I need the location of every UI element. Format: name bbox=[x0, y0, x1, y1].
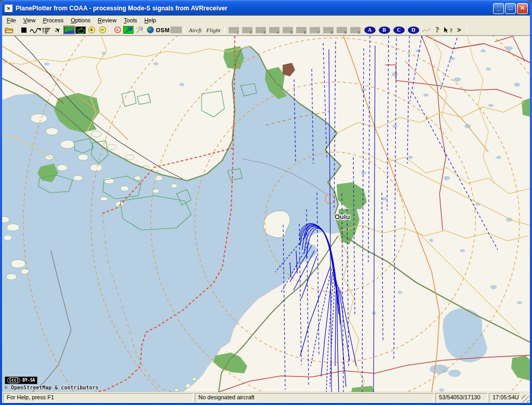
signal-button[interactable] bbox=[30, 25, 41, 35]
status-utc-time: 17:05:54UTC bbox=[489, 393, 520, 402]
islet bbox=[73, 176, 83, 181]
cursor-icon bbox=[444, 26, 449, 33]
lake bbox=[278, 130, 283, 133]
target-button[interactable] bbox=[112, 25, 123, 35]
chart-button-0[interactable]: 0 bbox=[350, 27, 361, 33]
chart-button-b[interactable]: B bbox=[379, 26, 390, 34]
setup-disabled-button[interactable] bbox=[134, 25, 144, 35]
lake bbox=[423, 93, 429, 97]
maximize-button[interactable]: □ bbox=[505, 3, 516, 14]
squiggle-icon bbox=[422, 27, 431, 33]
menu-help[interactable]: Help bbox=[141, 16, 160, 24]
menu-tools[interactable]: Tools bbox=[120, 16, 141, 24]
islet bbox=[107, 144, 116, 150]
zoom-in-button[interactable]: + bbox=[86, 25, 97, 35]
blank-chart-button[interactable] bbox=[170, 25, 182, 35]
globe-button[interactable] bbox=[145, 25, 155, 35]
toolbar-separator bbox=[16, 26, 17, 34]
open-file-button[interactable] bbox=[4, 25, 14, 35]
chart-button-4[interactable]: 4 bbox=[269, 27, 280, 33]
target-icon bbox=[114, 26, 121, 33]
wrench-gray-icon bbox=[135, 26, 143, 33]
lake bbox=[517, 301, 522, 304]
draw-button[interactable] bbox=[421, 25, 432, 35]
setup-active-button[interactable] bbox=[123, 25, 134, 35]
status-designated-aircraft: No designated aircraft bbox=[195, 393, 434, 402]
menu-process[interactable]: Process bbox=[39, 16, 67, 24]
chart-button-3[interactable]: 3 bbox=[256, 27, 266, 33]
app-icon: ✈ bbox=[4, 4, 13, 12]
map-icon bbox=[64, 26, 74, 34]
aircft-label-button[interactable]: Aircft bbox=[187, 25, 204, 35]
city-label: Oulu bbox=[335, 213, 350, 221]
lake bbox=[496, 156, 501, 159]
lake bbox=[514, 83, 520, 87]
islet bbox=[57, 165, 68, 171]
more-tools-button[interactable]: > bbox=[454, 25, 464, 35]
islet bbox=[100, 197, 108, 201]
islet bbox=[31, 114, 47, 123]
lake bbox=[481, 49, 486, 52]
chart-number-buttons: 1234567890 bbox=[227, 27, 362, 33]
blank-placeholder bbox=[170, 26, 182, 33]
lake bbox=[416, 49, 421, 52]
context-help-button[interactable]: ? bbox=[443, 25, 454, 35]
zoom-out-button[interactable]: − bbox=[97, 25, 108, 35]
forest bbox=[522, 98, 530, 117]
map-view-button[interactable] bbox=[63, 25, 75, 35]
help-button[interactable]: ? bbox=[432, 25, 443, 35]
chart-button-1[interactable]: 1 bbox=[229, 27, 239, 33]
aircft-label: Aircft bbox=[189, 27, 202, 33]
lake bbox=[179, 83, 184, 86]
islet bbox=[126, 155, 134, 160]
planeplotter-window: ✈ PlanePlotter from COAA - processing Mo… bbox=[0, 0, 532, 405]
menu-file[interactable]: File bbox=[3, 16, 20, 24]
flight-label-button[interactable]: Flight bbox=[205, 25, 222, 35]
chart-button-5[interactable]: 5 bbox=[283, 27, 293, 33]
list-icon bbox=[42, 26, 51, 34]
islet bbox=[45, 155, 54, 160]
islet bbox=[60, 140, 75, 148]
chart-button-d[interactable]: D bbox=[408, 26, 419, 34]
minimize-button[interactable]: _ bbox=[493, 3, 504, 14]
menu-options[interactable]: Options bbox=[67, 16, 94, 24]
resize-grip[interactable] bbox=[522, 395, 529, 402]
close-button[interactable]: ✕ bbox=[517, 3, 528, 14]
waveform-icon bbox=[30, 26, 41, 34]
wrench-icon bbox=[123, 26, 134, 34]
radar-view-button[interactable] bbox=[75, 25, 86, 35]
lake bbox=[506, 46, 513, 50]
message-list-button[interactable] bbox=[42, 25, 52, 35]
menu-view[interactable]: View bbox=[20, 16, 39, 24]
toolbar: ✈ + − bbox=[2, 25, 530, 35]
chart-button-6[interactable]: 6 bbox=[296, 27, 307, 33]
lake bbox=[397, 291, 403, 294]
islet bbox=[4, 235, 12, 240]
chart-button-c[interactable]: C bbox=[393, 26, 405, 34]
status-message-counts: 53/54053/17130 bbox=[435, 393, 487, 402]
chart-button-2[interactable]: 2 bbox=[242, 27, 252, 33]
aircraft-view-button[interactable]: ✈ bbox=[52, 25, 63, 35]
islet bbox=[6, 274, 17, 280]
osm-button[interactable]: OSM bbox=[156, 25, 170, 35]
zoom-in-icon: + bbox=[88, 26, 95, 33]
chart-button-9[interactable]: 9 bbox=[337, 27, 347, 33]
toolbar-separator bbox=[467, 26, 467, 34]
menu-review[interactable]: Review bbox=[94, 16, 120, 24]
map-canvas[interactable]: Oulu bbox=[2, 36, 530, 392]
lake bbox=[299, 156, 303, 159]
stop-button[interactable] bbox=[19, 25, 29, 35]
chevron-right-icon: > bbox=[457, 26, 461, 34]
islet bbox=[46, 128, 58, 135]
chart-button-7[interactable]: 7 bbox=[310, 27, 320, 33]
lake bbox=[448, 370, 461, 377]
map-area: Oulu (cc) BY-SA © OpenStreetMap & contri… bbox=[2, 35, 530, 392]
chart-button-a[interactable]: A bbox=[364, 26, 376, 34]
cursor-question: ? bbox=[449, 27, 453, 33]
title-bar[interactable]: ✈ PlanePlotter from COAA - processing Mo… bbox=[2, 0, 530, 16]
islet bbox=[11, 260, 25, 268]
islet bbox=[171, 184, 177, 188]
osm-label: OSM bbox=[156, 27, 170, 33]
lake bbox=[490, 285, 497, 289]
chart-button-8[interactable]: 8 bbox=[323, 27, 334, 33]
